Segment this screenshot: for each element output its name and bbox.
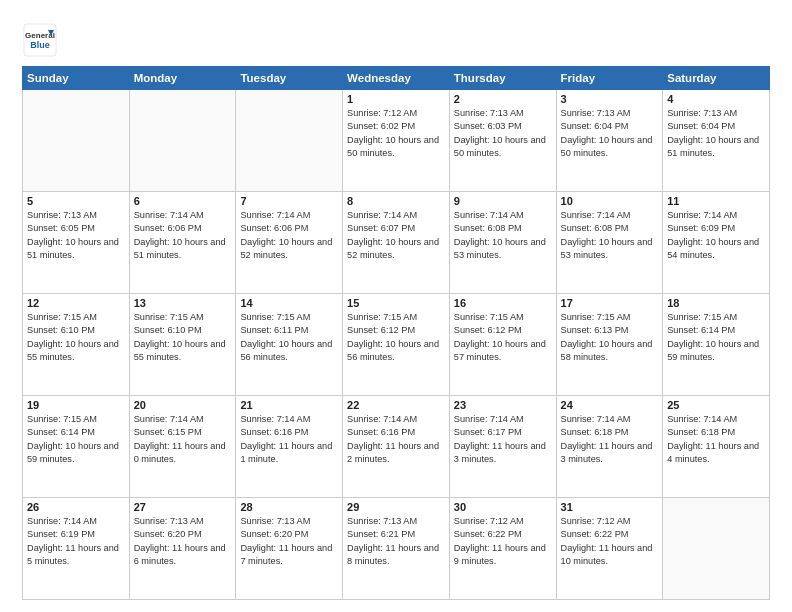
calendar-cell: 22Sunrise: 7:14 AM Sunset: 6:16 PM Dayli… bbox=[343, 396, 450, 498]
day-number: 9 bbox=[454, 195, 552, 207]
calendar-cell: 11Sunrise: 7:14 AM Sunset: 6:09 PM Dayli… bbox=[663, 192, 770, 294]
day-number: 18 bbox=[667, 297, 765, 309]
day-number: 7 bbox=[240, 195, 338, 207]
week-row-3: 19Sunrise: 7:15 AM Sunset: 6:14 PM Dayli… bbox=[23, 396, 770, 498]
day-info: Sunrise: 7:13 AM Sunset: 6:20 PM Dayligh… bbox=[134, 515, 232, 568]
calendar-cell: 2Sunrise: 7:13 AM Sunset: 6:03 PM Daylig… bbox=[449, 90, 556, 192]
calendar-cell: 12Sunrise: 7:15 AM Sunset: 6:10 PM Dayli… bbox=[23, 294, 130, 396]
weekday-monday: Monday bbox=[129, 67, 236, 90]
day-info: Sunrise: 7:12 AM Sunset: 6:02 PM Dayligh… bbox=[347, 107, 445, 160]
calendar-cell bbox=[129, 90, 236, 192]
calendar-cell: 13Sunrise: 7:15 AM Sunset: 6:10 PM Dayli… bbox=[129, 294, 236, 396]
day-info: Sunrise: 7:14 AM Sunset: 6:08 PM Dayligh… bbox=[561, 209, 659, 262]
calendar-cell: 23Sunrise: 7:14 AM Sunset: 6:17 PM Dayli… bbox=[449, 396, 556, 498]
day-info: Sunrise: 7:14 AM Sunset: 6:18 PM Dayligh… bbox=[561, 413, 659, 466]
day-number: 20 bbox=[134, 399, 232, 411]
logo: General Blue bbox=[22, 22, 58, 58]
svg-text:Blue: Blue bbox=[30, 40, 50, 50]
day-info: Sunrise: 7:14 AM Sunset: 6:16 PM Dayligh… bbox=[347, 413, 445, 466]
calendar-cell: 3Sunrise: 7:13 AM Sunset: 6:04 PM Daylig… bbox=[556, 90, 663, 192]
day-number: 30 bbox=[454, 501, 552, 513]
weekday-wednesday: Wednesday bbox=[343, 67, 450, 90]
day-info: Sunrise: 7:13 AM Sunset: 6:20 PM Dayligh… bbox=[240, 515, 338, 568]
weekday-thursday: Thursday bbox=[449, 67, 556, 90]
day-number: 13 bbox=[134, 297, 232, 309]
day-info: Sunrise: 7:15 AM Sunset: 6:11 PM Dayligh… bbox=[240, 311, 338, 364]
calendar-cell: 4Sunrise: 7:13 AM Sunset: 6:04 PM Daylig… bbox=[663, 90, 770, 192]
calendar-cell: 19Sunrise: 7:15 AM Sunset: 6:14 PM Dayli… bbox=[23, 396, 130, 498]
calendar-cell: 15Sunrise: 7:15 AM Sunset: 6:12 PM Dayli… bbox=[343, 294, 450, 396]
calendar-cell bbox=[23, 90, 130, 192]
day-info: Sunrise: 7:15 AM Sunset: 6:10 PM Dayligh… bbox=[27, 311, 125, 364]
calendar-cell: 7Sunrise: 7:14 AM Sunset: 6:06 PM Daylig… bbox=[236, 192, 343, 294]
week-row-0: 1Sunrise: 7:12 AM Sunset: 6:02 PM Daylig… bbox=[23, 90, 770, 192]
calendar-cell: 25Sunrise: 7:14 AM Sunset: 6:18 PM Dayli… bbox=[663, 396, 770, 498]
day-number: 31 bbox=[561, 501, 659, 513]
day-number: 15 bbox=[347, 297, 445, 309]
calendar-cell: 29Sunrise: 7:13 AM Sunset: 6:21 PM Dayli… bbox=[343, 498, 450, 600]
calendar-cell: 28Sunrise: 7:13 AM Sunset: 6:20 PM Dayli… bbox=[236, 498, 343, 600]
calendar-cell bbox=[663, 498, 770, 600]
day-number: 28 bbox=[240, 501, 338, 513]
calendar: SundayMondayTuesdayWednesdayThursdayFrid… bbox=[22, 66, 770, 600]
calendar-cell: 9Sunrise: 7:14 AM Sunset: 6:08 PM Daylig… bbox=[449, 192, 556, 294]
calendar-cell: 10Sunrise: 7:14 AM Sunset: 6:08 PM Dayli… bbox=[556, 192, 663, 294]
day-info: Sunrise: 7:14 AM Sunset: 6:17 PM Dayligh… bbox=[454, 413, 552, 466]
calendar-cell: 1Sunrise: 7:12 AM Sunset: 6:02 PM Daylig… bbox=[343, 90, 450, 192]
day-info: Sunrise: 7:13 AM Sunset: 6:04 PM Dayligh… bbox=[667, 107, 765, 160]
day-info: Sunrise: 7:14 AM Sunset: 6:08 PM Dayligh… bbox=[454, 209, 552, 262]
calendar-cell: 21Sunrise: 7:14 AM Sunset: 6:16 PM Dayli… bbox=[236, 396, 343, 498]
day-number: 3 bbox=[561, 93, 659, 105]
day-number: 16 bbox=[454, 297, 552, 309]
day-number: 22 bbox=[347, 399, 445, 411]
day-number: 10 bbox=[561, 195, 659, 207]
day-info: Sunrise: 7:14 AM Sunset: 6:15 PM Dayligh… bbox=[134, 413, 232, 466]
weekday-friday: Friday bbox=[556, 67, 663, 90]
day-number: 14 bbox=[240, 297, 338, 309]
weekday-saturday: Saturday bbox=[663, 67, 770, 90]
week-row-4: 26Sunrise: 7:14 AM Sunset: 6:19 PM Dayli… bbox=[23, 498, 770, 600]
day-number: 25 bbox=[667, 399, 765, 411]
week-row-2: 12Sunrise: 7:15 AM Sunset: 6:10 PM Dayli… bbox=[23, 294, 770, 396]
logo-icon: General Blue bbox=[22, 22, 58, 58]
calendar-cell: 20Sunrise: 7:14 AM Sunset: 6:15 PM Dayli… bbox=[129, 396, 236, 498]
calendar-cell: 27Sunrise: 7:13 AM Sunset: 6:20 PM Dayli… bbox=[129, 498, 236, 600]
weekday-header-row: SundayMondayTuesdayWednesdayThursdayFrid… bbox=[23, 67, 770, 90]
day-info: Sunrise: 7:13 AM Sunset: 6:03 PM Dayligh… bbox=[454, 107, 552, 160]
day-number: 12 bbox=[27, 297, 125, 309]
day-info: Sunrise: 7:15 AM Sunset: 6:14 PM Dayligh… bbox=[667, 311, 765, 364]
weekday-tuesday: Tuesday bbox=[236, 67, 343, 90]
day-number: 21 bbox=[240, 399, 338, 411]
day-info: Sunrise: 7:15 AM Sunset: 6:10 PM Dayligh… bbox=[134, 311, 232, 364]
day-info: Sunrise: 7:14 AM Sunset: 6:07 PM Dayligh… bbox=[347, 209, 445, 262]
day-number: 17 bbox=[561, 297, 659, 309]
day-number: 11 bbox=[667, 195, 765, 207]
day-info: Sunrise: 7:12 AM Sunset: 6:22 PM Dayligh… bbox=[454, 515, 552, 568]
day-info: Sunrise: 7:12 AM Sunset: 6:22 PM Dayligh… bbox=[561, 515, 659, 568]
day-number: 2 bbox=[454, 93, 552, 105]
day-number: 8 bbox=[347, 195, 445, 207]
day-info: Sunrise: 7:15 AM Sunset: 6:12 PM Dayligh… bbox=[347, 311, 445, 364]
day-info: Sunrise: 7:13 AM Sunset: 6:04 PM Dayligh… bbox=[561, 107, 659, 160]
day-info: Sunrise: 7:13 AM Sunset: 6:21 PM Dayligh… bbox=[347, 515, 445, 568]
calendar-cell bbox=[236, 90, 343, 192]
page: General Blue SundayMondayTuesdayWednesda… bbox=[0, 0, 792, 612]
day-number: 29 bbox=[347, 501, 445, 513]
calendar-cell: 8Sunrise: 7:14 AM Sunset: 6:07 PM Daylig… bbox=[343, 192, 450, 294]
day-info: Sunrise: 7:14 AM Sunset: 6:09 PM Dayligh… bbox=[667, 209, 765, 262]
day-info: Sunrise: 7:14 AM Sunset: 6:06 PM Dayligh… bbox=[240, 209, 338, 262]
day-number: 1 bbox=[347, 93, 445, 105]
day-number: 24 bbox=[561, 399, 659, 411]
day-info: Sunrise: 7:15 AM Sunset: 6:14 PM Dayligh… bbox=[27, 413, 125, 466]
day-number: 19 bbox=[27, 399, 125, 411]
calendar-cell: 17Sunrise: 7:15 AM Sunset: 6:13 PM Dayli… bbox=[556, 294, 663, 396]
day-info: Sunrise: 7:15 AM Sunset: 6:12 PM Dayligh… bbox=[454, 311, 552, 364]
week-row-1: 5Sunrise: 7:13 AM Sunset: 6:05 PM Daylig… bbox=[23, 192, 770, 294]
day-info: Sunrise: 7:14 AM Sunset: 6:06 PM Dayligh… bbox=[134, 209, 232, 262]
day-info: Sunrise: 7:13 AM Sunset: 6:05 PM Dayligh… bbox=[27, 209, 125, 262]
calendar-cell: 24Sunrise: 7:14 AM Sunset: 6:18 PM Dayli… bbox=[556, 396, 663, 498]
day-number: 6 bbox=[134, 195, 232, 207]
day-number: 26 bbox=[27, 501, 125, 513]
day-info: Sunrise: 7:15 AM Sunset: 6:13 PM Dayligh… bbox=[561, 311, 659, 364]
day-info: Sunrise: 7:14 AM Sunset: 6:19 PM Dayligh… bbox=[27, 515, 125, 568]
